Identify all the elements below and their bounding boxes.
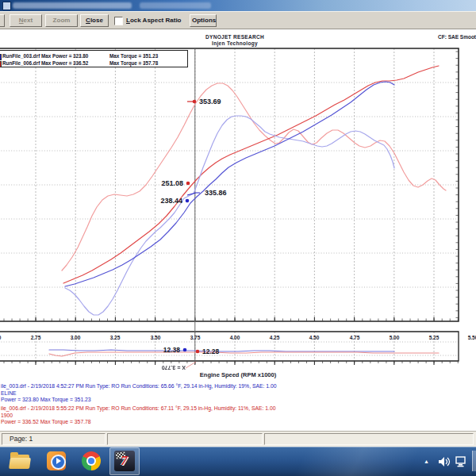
status-panel	[264, 433, 474, 445]
x-tick-label: 4.75	[350, 335, 360, 340]
next-button[interactable]: Next	[10, 14, 42, 27]
legend-box: RunFile_003.drf Max Power = 323.80Max To…	[0, 50, 188, 67]
x-tick-label: 4.00	[230, 335, 240, 340]
application-window: Next Zoom Out Close Lock Aspect Ratio Op…	[0, 0, 476, 476]
cursor-value-label: 12.28	[202, 347, 219, 355]
cursor-value-label: 251.08	[161, 179, 183, 187]
titlebar-redacted-text	[140, 2, 211, 9]
x-tick-label: 3.25	[110, 335, 121, 340]
run-info-line: Power = 323.80 Max Torque = 351.23	[1, 397, 91, 402]
winpep-app-icon[interactable]: 7	[114, 451, 135, 471]
options-button[interactable]: Options	[190, 14, 217, 27]
cursor-value-label: 353.69	[199, 98, 221, 106]
status-panel	[107, 433, 263, 445]
run-info-line: 1900	[1, 413, 13, 418]
run-info-line: ile_006.drf - 2/19/2018 5:55:22 PM Run T…	[1, 405, 276, 411]
page-indicator: Page: 1	[2, 433, 106, 445]
show-desktop-button[interactable]	[472, 451, 476, 471]
x-tick-label: 5.50	[468, 335, 476, 340]
chrome-icon[interactable]	[81, 451, 102, 471]
x-tick-label: 5.25	[429, 335, 440, 340]
chart-title: DYNOJET RESEARCH	[155, 34, 314, 40]
network-icon[interactable]	[455, 456, 468, 467]
zoom-out-button[interactable]: Zoom Out	[45, 14, 78, 27]
x-axis-title: Engine Speed (RPM x1000)	[159, 371, 317, 378]
chart-subtitle: Injen Technology	[155, 40, 314, 46]
status-bar: Page: 1	[0, 431, 476, 447]
close-button[interactable]: Close	[80, 14, 109, 27]
graph-page: DYNOJET RESEARCH Injen Technology CF: SA…	[0, 29, 476, 431]
cursor-x-readout: X = 3.770	[146, 365, 186, 370]
media-player-icon[interactable]	[46, 451, 67, 471]
window-titlebar[interactable]	[0, 0, 476, 11]
x-tick-label: 3.00	[71, 335, 81, 340]
cursor-value-label: 238.44	[160, 197, 182, 205]
lock-aspect-ratio-checkbox[interactable]	[114, 17, 123, 25]
legend-swatch-red	[0, 61, 2, 67]
toolbar: Next Zoom Out Close Lock Aspect Ratio Op…	[0, 11, 476, 29]
app-icon	[2, 2, 11, 10]
toolbar-edge-button[interactable]	[0, 14, 5, 27]
run-info-line: ile_003.drf - 2/19/2018 4:52:27 PM Run T…	[1, 383, 277, 389]
x-tick-label: 4.25	[270, 335, 280, 340]
correction-factor-label: CF: SAE Smooth	[438, 34, 476, 40]
x-tick-label: 2.50	[0, 335, 1, 340]
x-tick-label: 2.75	[31, 335, 41, 340]
x-tick-label: 4.50	[309, 335, 320, 340]
legend-row: RunFile_006.drf Max Power = 336.52Max To…	[2, 60, 88, 68]
lock-aspect-ratio-label: Lock Aspect Ratio	[126, 17, 182, 24]
show-hidden-icons-button[interactable]: ▲	[424, 459, 429, 464]
windows-explorer-icon[interactable]	[10, 451, 30, 471]
windows-taskbar	[0, 447, 476, 476]
x-tick-label: 5.00	[390, 335, 400, 340]
run-info-line: ELINE	[1, 390, 17, 396]
x-tick-label: 3.50	[151, 335, 161, 340]
run-info-line: Power = 336.52 Max Torque = 357.78	[1, 419, 91, 424]
volume-icon[interactable]	[438, 456, 451, 467]
legend-swatch-blue	[0, 54, 2, 60]
cursor-value-label: 12.38	[163, 346, 180, 354]
x-tick-label: 3.75	[190, 335, 201, 340]
cursor-value-label: 335.86	[205, 189, 227, 197]
titlebar-redacted-text	[13, 2, 132, 9]
